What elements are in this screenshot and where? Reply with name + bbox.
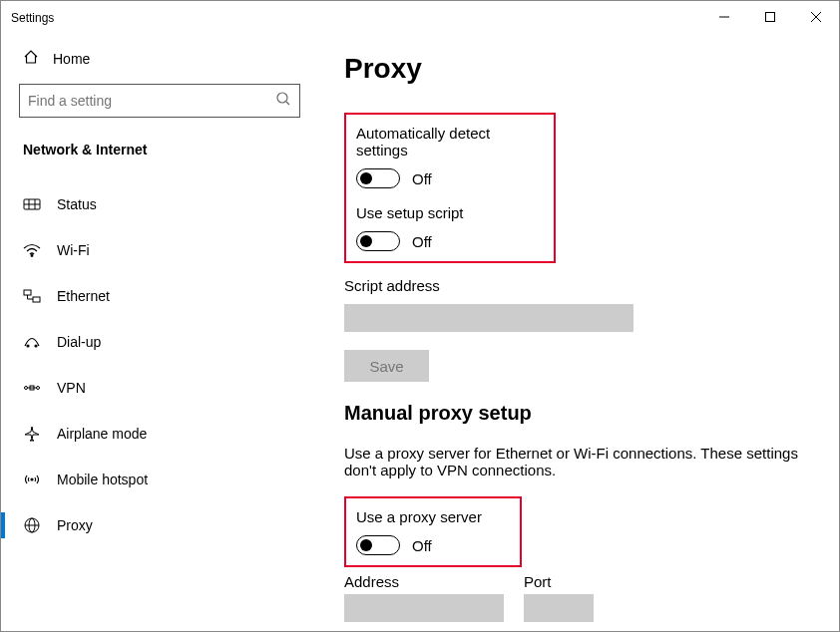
sidebar-item-label: VPN [57,380,86,396]
close-button[interactable] [793,1,839,33]
ethernet-icon [23,289,41,303]
script-address-label: Script address [344,277,801,294]
svg-point-16 [37,387,40,390]
use-proxy-toggle[interactable] [356,535,400,555]
svg-rect-1 [766,13,775,22]
svg-line-5 [286,102,289,105]
home-icon [23,49,39,68]
window-controls [701,1,839,33]
vpn-icon [23,381,41,395]
sidebar-item-label: Mobile hotspot [57,472,148,487]
svg-point-4 [277,93,287,103]
hotspot-icon [23,473,41,486]
sidebar-item-label: Status [57,196,97,212]
maximize-button[interactable] [747,1,793,33]
search-input[interactable] [28,93,275,109]
sidebar-item-proxy[interactable]: Proxy [1,502,318,548]
sidebar-item-airplane[interactable]: Airplane mode [1,411,318,457]
home-label: Home [53,51,90,67]
status-icon [23,197,41,211]
use-proxy-state: Off [412,537,432,554]
manual-help-text: Use a proxy server for Ethernet or Wi-Fi… [344,445,801,478]
sidebar-item-ethernet[interactable]: Ethernet [1,273,318,319]
sidebar-item-label: Proxy [57,517,93,533]
dialup-icon [23,335,41,349]
sidebar-item-hotspot[interactable]: Mobile hotspot [1,457,318,502]
highlight-auto-proxy: Automatically detect settings Off Use se… [344,113,556,263]
sidebar-item-label: Ethernet [57,288,110,304]
script-address-input [344,304,633,332]
port-input [524,594,594,622]
airplane-icon [23,426,41,442]
sidebar-item-status[interactable]: Status [1,181,318,227]
wifi-icon [23,243,41,257]
window-title: Settings [11,9,54,25]
svg-point-14 [35,345,37,347]
setup-script-toggle[interactable] [356,231,400,251]
svg-rect-11 [24,290,31,295]
sidebar-item-label: Dial-up [57,334,101,350]
sidebar-item-wifi[interactable]: Wi-Fi [1,227,318,273]
port-label: Port [524,573,594,590]
sidebar-item-vpn[interactable]: VPN [1,365,318,411]
highlight-manual-proxy: Use a proxy server Off [344,496,522,567]
sidebar: Home Network & Internet Status Wi-Fi [1,33,318,631]
titlebar: Settings [1,1,839,33]
svg-point-13 [27,345,29,347]
address-label: Address [344,573,504,590]
svg-point-10 [31,255,33,257]
svg-point-15 [25,387,28,390]
content-pane: Proxy Automatically detect settings Off … [318,33,839,631]
proxy-icon [23,517,41,533]
home-link[interactable]: Home [1,39,318,78]
sidebar-item-label: Wi-Fi [57,242,90,258]
search-icon [275,91,291,111]
manual-section-heading: Manual proxy setup [344,402,801,425]
save-button: Save [344,350,429,382]
sidebar-item-dialup[interactable]: Dial-up [1,319,318,365]
svg-point-19 [31,478,33,480]
auto-detect-state: Off [412,170,432,187]
sidebar-item-label: Airplane mode [57,426,147,442]
page-title: Proxy [344,53,801,85]
setup-script-label: Use setup script [356,204,540,221]
auto-detect-toggle[interactable] [356,168,400,188]
auto-detect-label: Automatically detect settings [356,125,540,158]
setup-script-state: Off [412,233,432,250]
svg-rect-12 [33,297,40,302]
search-box[interactable] [19,84,300,118]
minimize-button[interactable] [701,1,747,33]
category-heading: Network & Internet [1,132,318,167]
use-proxy-label: Use a proxy server [356,508,506,525]
address-input [344,594,504,622]
